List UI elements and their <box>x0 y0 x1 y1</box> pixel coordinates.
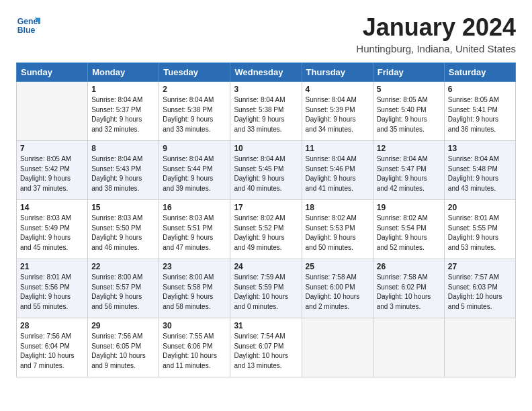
day-info: Sunrise: 8:04 AM Sunset: 5:38 PM Dayligh… <box>163 95 226 134</box>
day-number: 27 <box>448 262 512 271</box>
calendar-cell: 9Sunrise: 8:04 AM Sunset: 5:44 PM Daylig… <box>159 141 230 200</box>
day-number: 7 <box>20 144 84 153</box>
day-number: 15 <box>91 203 155 212</box>
day-number: 25 <box>306 262 369 271</box>
calendar-week-row: 28Sunrise: 7:56 AM Sunset: 6:04 PM Dayli… <box>17 318 516 377</box>
day-number: 11 <box>306 144 369 153</box>
calendar-cell: 27Sunrise: 7:57 AM Sunset: 6:03 PM Dayli… <box>444 259 515 318</box>
logo-icon: General Blue <box>16 13 40 38</box>
logo: General Blue <box>16 13 40 38</box>
day-info: Sunrise: 8:04 AM Sunset: 5:38 PM Dayligh… <box>234 95 298 134</box>
col-header-tuesday: Tuesday <box>159 63 230 82</box>
calendar-cell: 4Sunrise: 8:04 AM Sunset: 5:39 PM Daylig… <box>302 82 373 141</box>
day-number: 3 <box>234 85 298 94</box>
calendar-cell: 26Sunrise: 7:58 AM Sunset: 6:02 PM Dayli… <box>373 259 444 318</box>
day-info: Sunrise: 8:04 AM Sunset: 5:46 PM Dayligh… <box>306 154 369 193</box>
location-subtitle: Huntingburg, Indiana, United States <box>356 43 516 54</box>
calendar-cell: 17Sunrise: 8:02 AM Sunset: 5:52 PM Dayli… <box>230 200 302 259</box>
day-info: Sunrise: 8:02 AM Sunset: 5:52 PM Dayligh… <box>234 214 298 253</box>
day-number: 13 <box>448 144 512 153</box>
day-number: 30 <box>163 321 226 330</box>
day-number: 14 <box>20 203 84 212</box>
day-info: Sunrise: 8:01 AM Sunset: 5:55 PM Dayligh… <box>448 214 512 253</box>
day-number: 16 <box>163 203 226 212</box>
calendar-cell: 20Sunrise: 8:01 AM Sunset: 5:55 PM Dayli… <box>444 200 515 259</box>
day-info: Sunrise: 7:56 AM Sunset: 6:04 PM Dayligh… <box>20 332 84 371</box>
day-number: 22 <box>91 262 155 271</box>
calendar-cell: 15Sunrise: 8:03 AM Sunset: 5:50 PM Dayli… <box>88 200 159 259</box>
day-info: Sunrise: 7:54 AM Sunset: 6:07 PM Dayligh… <box>234 332 298 371</box>
day-info: Sunrise: 8:04 AM Sunset: 5:47 PM Dayligh… <box>377 154 441 193</box>
day-number: 26 <box>377 262 441 271</box>
col-header-monday: Monday <box>88 63 159 82</box>
day-number: 28 <box>20 321 84 330</box>
day-info: Sunrise: 8:00 AM Sunset: 5:57 PM Dayligh… <box>91 273 155 312</box>
day-number: 9 <box>163 144 226 153</box>
day-info: Sunrise: 8:03 AM Sunset: 5:51 PM Dayligh… <box>163 214 226 253</box>
day-info: Sunrise: 8:04 AM Sunset: 5:48 PM Dayligh… <box>448 154 512 193</box>
day-number: 18 <box>306 203 369 212</box>
day-info: Sunrise: 8:04 AM Sunset: 5:37 PM Dayligh… <box>91 95 155 134</box>
day-info: Sunrise: 7:55 AM Sunset: 6:06 PM Dayligh… <box>163 332 226 371</box>
col-header-friday: Friday <box>373 63 444 82</box>
calendar-cell: 5Sunrise: 8:05 AM Sunset: 5:40 PM Daylig… <box>373 82 444 141</box>
day-number: 19 <box>377 203 441 212</box>
calendar-table: SundayMondayTuesdayWednesdayThursdayFrid… <box>16 62 516 377</box>
day-number: 24 <box>234 262 298 271</box>
day-info: Sunrise: 8:05 AM Sunset: 5:41 PM Dayligh… <box>448 95 512 134</box>
day-info: Sunrise: 8:03 AM Sunset: 5:49 PM Dayligh… <box>20 214 84 253</box>
day-number: 5 <box>377 85 441 94</box>
page-header: General Blue January 2024 Huntingburg, I… <box>16 13 516 54</box>
day-info: Sunrise: 8:05 AM Sunset: 5:40 PM Dayligh… <box>377 95 441 134</box>
day-number: 29 <box>91 321 155 330</box>
day-info: Sunrise: 7:56 AM Sunset: 6:05 PM Dayligh… <box>91 332 155 371</box>
calendar-cell: 10Sunrise: 8:04 AM Sunset: 5:45 PM Dayli… <box>230 141 302 200</box>
day-info: Sunrise: 7:59 AM Sunset: 5:59 PM Dayligh… <box>234 273 298 312</box>
calendar-cell: 13Sunrise: 8:04 AM Sunset: 5:48 PM Dayli… <box>444 141 515 200</box>
col-header-thursday: Thursday <box>302 63 373 82</box>
col-header-wednesday: Wednesday <box>230 63 302 82</box>
calendar-cell: 14Sunrise: 8:03 AM Sunset: 5:49 PM Dayli… <box>17 200 88 259</box>
day-info: Sunrise: 8:03 AM Sunset: 5:50 PM Dayligh… <box>91 214 155 253</box>
calendar-cell: 25Sunrise: 7:58 AM Sunset: 6:00 PM Dayli… <box>302 259 373 318</box>
col-header-saturday: Saturday <box>444 63 515 82</box>
calendar-cell: 29Sunrise: 7:56 AM Sunset: 6:05 PM Dayli… <box>88 318 159 377</box>
calendar-week-row: 21Sunrise: 8:01 AM Sunset: 5:56 PM Dayli… <box>17 259 516 318</box>
calendar-week-row: 1Sunrise: 8:04 AM Sunset: 5:37 PM Daylig… <box>17 82 516 141</box>
calendar-cell: 11Sunrise: 8:04 AM Sunset: 5:46 PM Dayli… <box>302 141 373 200</box>
calendar-cell: 22Sunrise: 8:00 AM Sunset: 5:57 PM Dayli… <box>88 259 159 318</box>
day-number: 17 <box>234 203 298 212</box>
day-info: Sunrise: 8:04 AM Sunset: 5:44 PM Dayligh… <box>163 154 226 193</box>
day-number: 21 <box>20 262 84 271</box>
calendar-cell: 16Sunrise: 8:03 AM Sunset: 5:51 PM Dayli… <box>159 200 230 259</box>
calendar-cell <box>302 318 373 377</box>
calendar-week-row: 7Sunrise: 8:05 AM Sunset: 5:42 PM Daylig… <box>17 141 516 200</box>
calendar-cell: 12Sunrise: 8:04 AM Sunset: 5:47 PM Dayli… <box>373 141 444 200</box>
calendar-cell <box>373 318 444 377</box>
day-number: 2 <box>163 85 226 94</box>
day-info: Sunrise: 8:04 AM Sunset: 5:39 PM Dayligh… <box>306 95 369 134</box>
calendar-header-row: SundayMondayTuesdayWednesdayThursdayFrid… <box>17 63 516 82</box>
calendar-cell: 28Sunrise: 7:56 AM Sunset: 6:04 PM Dayli… <box>17 318 88 377</box>
calendar-cell: 7Sunrise: 8:05 AM Sunset: 5:42 PM Daylig… <box>17 141 88 200</box>
day-number: 8 <box>91 144 155 153</box>
calendar-cell: 21Sunrise: 8:01 AM Sunset: 5:56 PM Dayli… <box>17 259 88 318</box>
day-info: Sunrise: 8:04 AM Sunset: 5:45 PM Dayligh… <box>234 154 298 193</box>
calendar-cell <box>17 82 88 141</box>
calendar-week-row: 14Sunrise: 8:03 AM Sunset: 5:49 PM Dayli… <box>17 200 516 259</box>
day-info: Sunrise: 8:05 AM Sunset: 5:42 PM Dayligh… <box>20 154 84 193</box>
calendar-cell: 24Sunrise: 7:59 AM Sunset: 5:59 PM Dayli… <box>230 259 302 318</box>
calendar-cell: 30Sunrise: 7:55 AM Sunset: 6:06 PM Dayli… <box>159 318 230 377</box>
calendar-cell: 8Sunrise: 8:04 AM Sunset: 5:43 PM Daylig… <box>88 141 159 200</box>
day-info: Sunrise: 8:04 AM Sunset: 5:43 PM Dayligh… <box>91 154 155 193</box>
calendar-cell: 3Sunrise: 8:04 AM Sunset: 5:38 PM Daylig… <box>230 82 302 141</box>
calendar-cell: 1Sunrise: 8:04 AM Sunset: 5:37 PM Daylig… <box>88 82 159 141</box>
day-info: Sunrise: 8:02 AM Sunset: 5:53 PM Dayligh… <box>306 214 369 253</box>
day-number: 4 <box>306 85 369 94</box>
day-info: Sunrise: 7:58 AM Sunset: 6:02 PM Dayligh… <box>377 273 441 312</box>
month-year-title: January 2024 <box>356 13 516 42</box>
calendar-cell: 19Sunrise: 8:02 AM Sunset: 5:54 PM Dayli… <box>373 200 444 259</box>
day-number: 31 <box>234 321 298 330</box>
title-block: January 2024 Huntingburg, Indiana, Unite… <box>356 13 516 54</box>
day-info: Sunrise: 8:02 AM Sunset: 5:54 PM Dayligh… <box>377 214 441 253</box>
